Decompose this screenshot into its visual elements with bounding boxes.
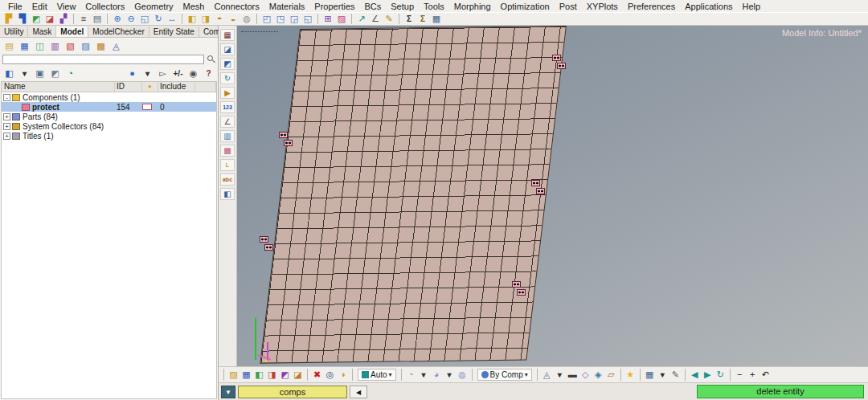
display-sphere-dropdown-icon[interactable]: ▾ bbox=[141, 67, 154, 80]
tree-toggle-icon[interactable]: + bbox=[3, 113, 10, 120]
menu-item[interactable]: Geometry bbox=[129, 2, 178, 11]
pointer-icon[interactable]: ▻ bbox=[156, 67, 170, 80]
user-profiles-icon[interactable]: ≡ bbox=[77, 13, 90, 25]
measure-tool-icon[interactable]: ∠ bbox=[220, 116, 235, 128]
isolate-icon[interactable]: ◪ bbox=[292, 369, 304, 381]
tree-header-color-icon[interactable]: ● bbox=[142, 82, 158, 92]
component-display-icon[interactable]: ▦ bbox=[240, 369, 252, 381]
menu-item[interactable]: Optimization bbox=[496, 2, 555, 11]
find-entity-icon[interactable]: ◎ bbox=[324, 369, 336, 381]
wireframe-toggle-icon[interactable]: ▦ bbox=[220, 29, 235, 41]
grid-display-dropdown-icon[interactable]: ▾ bbox=[657, 369, 669, 381]
mesh-style-icon[interactable]: ◬ bbox=[541, 369, 553, 381]
menu-item[interactable]: Preferences bbox=[623, 2, 680, 11]
menu-item[interactable]: Post bbox=[555, 2, 582, 11]
card-edit-icon[interactable]: ▦ bbox=[430, 13, 443, 25]
shaded-elements-dropdown-icon[interactable]: ▾ bbox=[444, 369, 456, 381]
card-view-icon[interactable]: ▣ bbox=[33, 67, 47, 80]
idle-state-icon[interactable]: ◩ bbox=[48, 67, 62, 80]
panel-back-button[interactable]: ◀ bbox=[350, 386, 367, 398]
next-view-icon[interactable]: ▶ bbox=[702, 369, 714, 381]
entity-cube-dropdown-icon[interactable]: ▾ bbox=[18, 67, 31, 80]
help-icon[interactable]: ? bbox=[202, 67, 215, 80]
tree-header-id[interactable]: ID bbox=[115, 82, 142, 92]
count-entities-icon[interactable]: Σ bbox=[403, 13, 416, 25]
tree-filter-input[interactable] bbox=[2, 55, 204, 64]
undo-view-icon[interactable]: ↶ bbox=[760, 369, 772, 381]
tab-modelchecker[interactable]: ModelChecker bbox=[88, 27, 149, 37]
element-representation-icon[interactable]: ◍ bbox=[457, 369, 469, 381]
tree-row-protect[interactable]: protect 154 0 bbox=[2, 102, 216, 112]
mesh-style-dropdown-icon[interactable]: ▾ bbox=[554, 369, 566, 381]
text-display-icon[interactable]: abc bbox=[220, 173, 235, 186]
connector-marker[interactable] bbox=[552, 55, 566, 69]
window-layout-4-icon[interactable]: ◱ bbox=[301, 13, 314, 25]
sort-tree-icon[interactable]: ◬ bbox=[109, 39, 123, 52]
spotlight-icon[interactable]: ◍ bbox=[240, 13, 253, 25]
color-legend-icon[interactable]: ▩ bbox=[220, 145, 235, 157]
connector-marker[interactable] bbox=[279, 132, 293, 146]
tree-row-titles[interactable]: + Titles (1) bbox=[2, 131, 216, 141]
menu-item[interactable]: Edit bbox=[27, 2, 52, 11]
arrow-tool-icon[interactable]: ▶ bbox=[220, 87, 235, 99]
unmask-icon[interactable]: ◨ bbox=[199, 13, 212, 25]
menu-item[interactable]: Collectors bbox=[80, 2, 129, 11]
label-tool-icon[interactable]: L bbox=[220, 159, 235, 171]
shaded-elements-icon[interactable]: ◕ bbox=[431, 369, 443, 381]
shrink-elements-icon[interactable]: ◇ bbox=[579, 369, 592, 381]
new-session-icon[interactable]: ▤ bbox=[2, 39, 16, 52]
import-icon[interactable]: ◩ bbox=[30, 13, 43, 25]
shaded-geometry-dropdown-icon[interactable]: ▾ bbox=[418, 369, 430, 381]
orientation-cube-icon[interactable]: ◧ bbox=[220, 188, 235, 200]
materials-view-icon[interactable]: ▧ bbox=[63, 39, 77, 52]
connector-marker[interactable] bbox=[531, 180, 545, 194]
rotate-view-icon[interactable]: ↻ bbox=[152, 13, 165, 25]
loads-view-icon[interactable]: ▨ bbox=[79, 39, 92, 52]
menu-item[interactable]: Materials bbox=[264, 2, 310, 11]
menu-item[interactable]: File bbox=[3, 2, 27, 11]
menu-item[interactable]: Connectors bbox=[209, 2, 264, 11]
spin-view-icon[interactable]: ↻ bbox=[220, 72, 235, 84]
menu-item[interactable]: View bbox=[52, 2, 81, 11]
eye-icon[interactable]: ◉ bbox=[186, 67, 200, 80]
tree-row-parts[interactable]: + Parts (84) bbox=[2, 112, 216, 121]
selection-mode-combo[interactable]: Auto ▾ bbox=[358, 369, 396, 381]
menu-item[interactable]: BCs bbox=[360, 2, 387, 11]
zoom-in-icon[interactable]: ⊕ bbox=[111, 13, 124, 25]
sync-tree-icon[interactable]: ◔ bbox=[63, 67, 77, 80]
refresh-view-icon[interactable]: ↻ bbox=[714, 369, 727, 381]
tree-row-system-collectors[interactable]: + System Collectors (84) bbox=[2, 121, 216, 131]
view-cube-icon[interactable]: ◩ bbox=[220, 58, 235, 70]
components-view-icon[interactable]: ▦ bbox=[18, 39, 31, 52]
tree-row-components[interactable]: - Components (1) bbox=[2, 92, 216, 102]
search-icon[interactable] bbox=[207, 55, 215, 63]
tab-entity-state[interactable]: Entity State bbox=[149, 27, 199, 37]
annotation-pen-icon[interactable]: ✎ bbox=[669, 369, 682, 381]
elements-view-icon[interactable]: ◫ bbox=[33, 39, 47, 52]
duplicate-display-icon[interactable]: ◈ bbox=[592, 369, 604, 381]
comps-panel-button[interactable]: comps bbox=[238, 386, 347, 398]
menu-item[interactable]: XYPlots bbox=[582, 2, 623, 11]
delete-entity-button[interactable]: delete entity bbox=[697, 385, 864, 398]
display-options-icon[interactable]: ▨ bbox=[227, 369, 240, 381]
translate-icon[interactable]: ↗ bbox=[355, 13, 368, 25]
feature-lines-icon[interactable]: ▬ bbox=[567, 369, 579, 381]
session-icon[interactable]: ▤ bbox=[91, 13, 104, 25]
menu-item[interactable]: Applications bbox=[680, 2, 737, 11]
delete-icon[interactable]: ✖ bbox=[311, 369, 323, 381]
reverse-display-icon[interactable]: ◩ bbox=[279, 369, 291, 381]
tree-toggle-icon[interactable]: + bbox=[3, 133, 10, 140]
tab-model[interactable]: Model bbox=[56, 27, 88, 37]
window-layout-2-icon[interactable]: ◳ bbox=[274, 13, 287, 25]
zoom-out-icon[interactable]: ⊖ bbox=[125, 13, 137, 25]
plot-style-icon[interactable]: ▱ bbox=[605, 369, 617, 381]
previous-view-icon[interactable]: ◀ bbox=[689, 369, 701, 381]
reverse-mask-icon[interactable]: ◓ bbox=[213, 13, 226, 25]
tree-header-include[interactable]: Include bbox=[158, 82, 195, 92]
mask-icon[interactable]: ◧ bbox=[186, 13, 199, 25]
grid-display-icon[interactable]: ▦ bbox=[644, 369, 656, 381]
pan-view-icon[interactable]: ↔ bbox=[166, 13, 178, 25]
display-sphere-icon[interactable]: ● bbox=[125, 67, 139, 80]
tree-toggle-icon[interactable]: + bbox=[3, 123, 10, 130]
menu-item[interactable]: Morphing bbox=[449, 2, 496, 11]
